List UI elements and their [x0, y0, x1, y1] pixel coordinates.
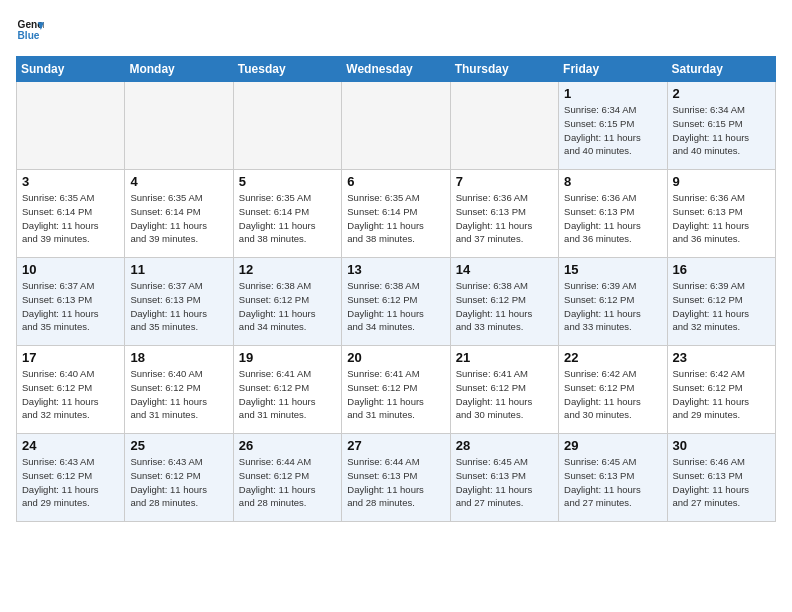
calendar-cell: 24Sunrise: 6:43 AM Sunset: 6:12 PM Dayli… [17, 434, 125, 522]
day-info: Sunrise: 6:41 AM Sunset: 6:12 PM Dayligh… [347, 367, 444, 422]
weekday-friday: Friday [559, 57, 667, 82]
day-number: 14 [456, 262, 553, 277]
day-number: 5 [239, 174, 336, 189]
day-info: Sunrise: 6:38 AM Sunset: 6:12 PM Dayligh… [347, 279, 444, 334]
day-info: Sunrise: 6:37 AM Sunset: 6:13 PM Dayligh… [130, 279, 227, 334]
day-info: Sunrise: 6:44 AM Sunset: 6:13 PM Dayligh… [347, 455, 444, 510]
day-number: 6 [347, 174, 444, 189]
logo-icon: General Blue [16, 16, 44, 44]
day-info: Sunrise: 6:45 AM Sunset: 6:13 PM Dayligh… [564, 455, 661, 510]
calendar-cell: 6Sunrise: 6:35 AM Sunset: 6:14 PM Daylig… [342, 170, 450, 258]
day-info: Sunrise: 6:39 AM Sunset: 6:12 PM Dayligh… [564, 279, 661, 334]
calendar-cell: 19Sunrise: 6:41 AM Sunset: 6:12 PM Dayli… [233, 346, 341, 434]
calendar-cell: 11Sunrise: 6:37 AM Sunset: 6:13 PM Dayli… [125, 258, 233, 346]
logo: General Blue [16, 16, 44, 44]
weekday-wednesday: Wednesday [342, 57, 450, 82]
weekday-tuesday: Tuesday [233, 57, 341, 82]
day-info: Sunrise: 6:42 AM Sunset: 6:12 PM Dayligh… [673, 367, 770, 422]
weekday-header-row: SundayMondayTuesdayWednesdayThursdayFrid… [17, 57, 776, 82]
weekday-saturday: Saturday [667, 57, 775, 82]
day-number: 26 [239, 438, 336, 453]
calendar-cell: 9Sunrise: 6:36 AM Sunset: 6:13 PM Daylig… [667, 170, 775, 258]
day-info: Sunrise: 6:35 AM Sunset: 6:14 PM Dayligh… [130, 191, 227, 246]
calendar-week-2: 10Sunrise: 6:37 AM Sunset: 6:13 PM Dayli… [17, 258, 776, 346]
day-info: Sunrise: 6:36 AM Sunset: 6:13 PM Dayligh… [673, 191, 770, 246]
calendar-cell: 21Sunrise: 6:41 AM Sunset: 6:12 PM Dayli… [450, 346, 558, 434]
calendar-cell: 22Sunrise: 6:42 AM Sunset: 6:12 PM Dayli… [559, 346, 667, 434]
calendar-body: 1Sunrise: 6:34 AM Sunset: 6:15 PM Daylig… [17, 82, 776, 522]
day-number: 17 [22, 350, 119, 365]
calendar-cell: 7Sunrise: 6:36 AM Sunset: 6:13 PM Daylig… [450, 170, 558, 258]
calendar-cell: 28Sunrise: 6:45 AM Sunset: 6:13 PM Dayli… [450, 434, 558, 522]
svg-text:Blue: Blue [18, 30, 40, 41]
calendar-cell: 12Sunrise: 6:38 AM Sunset: 6:12 PM Dayli… [233, 258, 341, 346]
calendar-cell: 27Sunrise: 6:44 AM Sunset: 6:13 PM Dayli… [342, 434, 450, 522]
day-number: 8 [564, 174, 661, 189]
page-header: General Blue [16, 16, 776, 44]
day-number: 4 [130, 174, 227, 189]
calendar-cell: 1Sunrise: 6:34 AM Sunset: 6:15 PM Daylig… [559, 82, 667, 170]
calendar-cell: 17Sunrise: 6:40 AM Sunset: 6:12 PM Dayli… [17, 346, 125, 434]
day-info: Sunrise: 6:35 AM Sunset: 6:14 PM Dayligh… [22, 191, 119, 246]
day-info: Sunrise: 6:40 AM Sunset: 6:12 PM Dayligh… [22, 367, 119, 422]
calendar-cell: 23Sunrise: 6:42 AM Sunset: 6:12 PM Dayli… [667, 346, 775, 434]
day-number: 28 [456, 438, 553, 453]
calendar-cell: 3Sunrise: 6:35 AM Sunset: 6:14 PM Daylig… [17, 170, 125, 258]
day-number: 12 [239, 262, 336, 277]
day-info: Sunrise: 6:35 AM Sunset: 6:14 PM Dayligh… [239, 191, 336, 246]
calendar-cell: 26Sunrise: 6:44 AM Sunset: 6:12 PM Dayli… [233, 434, 341, 522]
day-info: Sunrise: 6:43 AM Sunset: 6:12 PM Dayligh… [22, 455, 119, 510]
calendar-cell: 18Sunrise: 6:40 AM Sunset: 6:12 PM Dayli… [125, 346, 233, 434]
day-info: Sunrise: 6:41 AM Sunset: 6:12 PM Dayligh… [239, 367, 336, 422]
calendar-cell: 16Sunrise: 6:39 AM Sunset: 6:12 PM Dayli… [667, 258, 775, 346]
calendar-cell: 10Sunrise: 6:37 AM Sunset: 6:13 PM Dayli… [17, 258, 125, 346]
day-number: 10 [22, 262, 119, 277]
calendar-cell: 4Sunrise: 6:35 AM Sunset: 6:14 PM Daylig… [125, 170, 233, 258]
calendar-week-1: 3Sunrise: 6:35 AM Sunset: 6:14 PM Daylig… [17, 170, 776, 258]
day-number: 30 [673, 438, 770, 453]
calendar-week-4: 24Sunrise: 6:43 AM Sunset: 6:12 PM Dayli… [17, 434, 776, 522]
day-info: Sunrise: 6:38 AM Sunset: 6:12 PM Dayligh… [239, 279, 336, 334]
day-number: 3 [22, 174, 119, 189]
calendar-cell: 30Sunrise: 6:46 AM Sunset: 6:13 PM Dayli… [667, 434, 775, 522]
calendar-cell [233, 82, 341, 170]
day-info: Sunrise: 6:34 AM Sunset: 6:15 PM Dayligh… [673, 103, 770, 158]
day-info: Sunrise: 6:46 AM Sunset: 6:13 PM Dayligh… [673, 455, 770, 510]
calendar-cell [342, 82, 450, 170]
day-number: 25 [130, 438, 227, 453]
calendar-week-3: 17Sunrise: 6:40 AM Sunset: 6:12 PM Dayli… [17, 346, 776, 434]
weekday-thursday: Thursday [450, 57, 558, 82]
calendar-week-0: 1Sunrise: 6:34 AM Sunset: 6:15 PM Daylig… [17, 82, 776, 170]
day-number: 21 [456, 350, 553, 365]
day-info: Sunrise: 6:43 AM Sunset: 6:12 PM Dayligh… [130, 455, 227, 510]
day-info: Sunrise: 6:38 AM Sunset: 6:12 PM Dayligh… [456, 279, 553, 334]
day-number: 22 [564, 350, 661, 365]
day-info: Sunrise: 6:35 AM Sunset: 6:14 PM Dayligh… [347, 191, 444, 246]
weekday-sunday: Sunday [17, 57, 125, 82]
calendar-cell [450, 82, 558, 170]
day-number: 15 [564, 262, 661, 277]
calendar-table: SundayMondayTuesdayWednesdayThursdayFrid… [16, 56, 776, 522]
day-info: Sunrise: 6:36 AM Sunset: 6:13 PM Dayligh… [564, 191, 661, 246]
day-number: 19 [239, 350, 336, 365]
calendar-cell: 13Sunrise: 6:38 AM Sunset: 6:12 PM Dayli… [342, 258, 450, 346]
day-info: Sunrise: 6:45 AM Sunset: 6:13 PM Dayligh… [456, 455, 553, 510]
calendar-cell: 29Sunrise: 6:45 AM Sunset: 6:13 PM Dayli… [559, 434, 667, 522]
day-number: 18 [130, 350, 227, 365]
day-number: 27 [347, 438, 444, 453]
calendar-cell: 2Sunrise: 6:34 AM Sunset: 6:15 PM Daylig… [667, 82, 775, 170]
day-number: 7 [456, 174, 553, 189]
day-info: Sunrise: 6:44 AM Sunset: 6:12 PM Dayligh… [239, 455, 336, 510]
day-number: 23 [673, 350, 770, 365]
calendar-cell: 15Sunrise: 6:39 AM Sunset: 6:12 PM Dayli… [559, 258, 667, 346]
day-number: 2 [673, 86, 770, 101]
day-info: Sunrise: 6:40 AM Sunset: 6:12 PM Dayligh… [130, 367, 227, 422]
calendar-cell: 5Sunrise: 6:35 AM Sunset: 6:14 PM Daylig… [233, 170, 341, 258]
day-info: Sunrise: 6:42 AM Sunset: 6:12 PM Dayligh… [564, 367, 661, 422]
day-number: 11 [130, 262, 227, 277]
calendar-cell [125, 82, 233, 170]
day-number: 29 [564, 438, 661, 453]
calendar-cell: 14Sunrise: 6:38 AM Sunset: 6:12 PM Dayli… [450, 258, 558, 346]
day-info: Sunrise: 6:34 AM Sunset: 6:15 PM Dayligh… [564, 103, 661, 158]
day-number: 20 [347, 350, 444, 365]
